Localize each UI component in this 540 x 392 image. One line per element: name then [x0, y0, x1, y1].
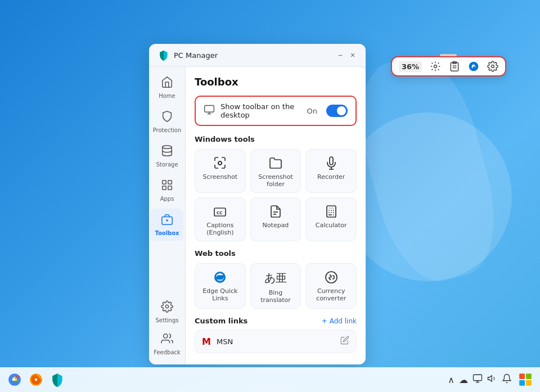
firefox-icon: [29, 372, 43, 387]
toolbar-toggle-row: Show toolbar on the desktop On: [195, 96, 357, 126]
svg-point-20: [218, 161, 222, 165]
sidebar-item-feedback[interactable]: Feedback: [151, 328, 183, 360]
minimize-button[interactable]: ─: [336, 51, 344, 59]
web-tools-grid: Edge Quick Links あ亜 Bing translator: [195, 263, 357, 309]
custom-links-header: Custom links + Add link: [195, 317, 357, 325]
toolbar-toggle-switch[interactable]: [326, 105, 348, 117]
web-tools-section-title: Web tools: [195, 249, 357, 258]
taskbar-display-icon[interactable]: [472, 373, 483, 386]
sidebar-item-settings[interactable]: Settings: [151, 296, 183, 328]
svg-rect-55: [474, 375, 482, 381]
svg-rect-16: [205, 106, 214, 112]
taskbar-chevron-up[interactable]: ∧: [448, 375, 454, 385]
tool-recorder[interactable]: Recorder: [305, 149, 357, 193]
svg-point-41: [328, 212, 330, 213]
storage-icon: [161, 145, 173, 160]
svg-text:CC: CC: [217, 211, 222, 215]
taskbar-volume-icon[interactable]: [487, 373, 497, 386]
bing-translator-icon: あ亜: [264, 271, 287, 286]
edge-quick-links-label: Edge Quick Links: [200, 287, 241, 302]
currency-converter-label: Currency converter: [310, 287, 352, 302]
taskbar-cloud-icon[interactable]: ☁: [459, 375, 468, 385]
toolbar-edge-icon[interactable]: [468, 61, 479, 72]
svg-point-45: [333, 214, 334, 215]
tool-edge-quick-links[interactable]: Edge Quick Links: [195, 263, 246, 309]
toolbar-clipboard-icon[interactable]: [449, 61, 460, 72]
chrome-icon: [7, 372, 22, 387]
svg-rect-60: [526, 373, 532, 379]
tool-screenshot[interactable]: Screenshot: [195, 149, 246, 193]
sidebar-item-toolbox[interactable]: Toolbox: [151, 209, 183, 241]
apps-icon: [161, 179, 173, 194]
taskbar-firefox[interactable]: [27, 371, 45, 389]
edge-quick-links-icon: [213, 271, 227, 284]
tool-captions[interactable]: CC Captions (English): [195, 197, 246, 241]
taskbar-pcmanager[interactable]: [48, 371, 66, 389]
screenshot-label: Screenshot: [203, 173, 238, 181]
captions-icon: CC: [213, 205, 227, 218]
tool-calculator[interactable]: Calculator: [305, 197, 357, 241]
add-link-button[interactable]: + Add link: [322, 317, 357, 325]
tool-currency-converter[interactable]: Currency converter: [305, 263, 357, 309]
sidebar-item-home[interactable]: Home: [151, 71, 183, 103]
pcmanager-taskbar-icon: [50, 372, 65, 387]
toolbox-icon: [161, 213, 173, 228]
toolbar-gear-icon[interactable]: [430, 61, 441, 72]
tool-notepad[interactable]: Notepad: [250, 197, 302, 241]
svg-rect-62: [526, 380, 532, 386]
msn-edit-button[interactable]: [340, 336, 349, 347]
feedback-icon: [161, 332, 173, 348]
svg-point-54: [35, 379, 37, 381]
taskbar-chrome[interactable]: [6, 371, 24, 389]
taskbar-windows-colorful[interactable]: [516, 371, 534, 389]
sidebar-label-settings: Settings: [155, 317, 178, 323]
sidebar-label-apps: Apps: [160, 196, 174, 202]
sidebar-label-storage: Storage: [156, 161, 178, 168]
protection-icon: [161, 110, 173, 125]
svg-point-38: [328, 210, 330, 211]
sidebar-bottom: Settings Feedback: [151, 296, 183, 360]
taskbar-notification-icon[interactable]: [502, 373, 512, 386]
toolbar-toggle-label: Show toolbar on the desktop: [220, 102, 302, 119]
tool-screenshot-folder[interactable]: Screenshot folder: [250, 149, 302, 193]
svg-point-14: [165, 305, 169, 308]
svg-point-42: [331, 212, 332, 213]
sidebar: Home Protection Storage: [149, 67, 186, 364]
windows-colorful-icon: [518, 372, 533, 387]
windows-tools-section-title: Windows tools: [195, 135, 357, 143]
toolbar-toggle-icon: [204, 104, 215, 118]
sidebar-item-protection[interactable]: Protection: [151, 106, 183, 138]
screenshot-folder-icon: [269, 156, 282, 170]
svg-point-40: [333, 210, 334, 211]
tool-bing-translator[interactable]: あ亜 Bing translator: [250, 263, 302, 309]
svg-rect-8: [168, 181, 172, 184]
toolbar-handle[interactable]: [440, 54, 457, 56]
app-logo: [158, 49, 169, 61]
sidebar-label-feedback: Feedback: [154, 349, 181, 355]
sidebar-item-apps[interactable]: Apps: [151, 174, 183, 206]
svg-point-0: [434, 65, 437, 68]
svg-point-15: [164, 334, 168, 338]
svg-rect-59: [519, 373, 525, 379]
svg-point-39: [331, 210, 332, 211]
calculator-icon: [325, 205, 338, 218]
sidebar-item-storage[interactable]: Storage: [151, 140, 183, 172]
currency-converter-icon: [325, 271, 338, 284]
toggle-status-label: On: [307, 107, 317, 115]
toolbar-settings-icon[interactable]: [487, 61, 498, 72]
close-button[interactable]: ✕: [349, 51, 357, 59]
svg-point-43: [333, 212, 334, 213]
taskbar-left: [6, 371, 66, 389]
floating-toolbar: 36%: [391, 56, 506, 76]
windows-tools-grid: Screenshot Screenshot folder: [195, 149, 357, 241]
svg-rect-7: [163, 181, 166, 184]
calculator-label: Calculator: [316, 222, 347, 229]
title-bar: PC Manager ─ ✕: [149, 44, 366, 67]
svg-rect-10: [168, 186, 172, 190]
sidebar-label-toolbox: Toolbox: [155, 230, 179, 236]
taskbar-right: ∧ ☁: [448, 371, 534, 389]
battery-indicator[interactable]: 36%: [399, 61, 422, 72]
sidebar-label-protection: Protection: [153, 127, 182, 133]
settings-icon: [161, 300, 173, 316]
recorder-icon: [325, 156, 338, 170]
